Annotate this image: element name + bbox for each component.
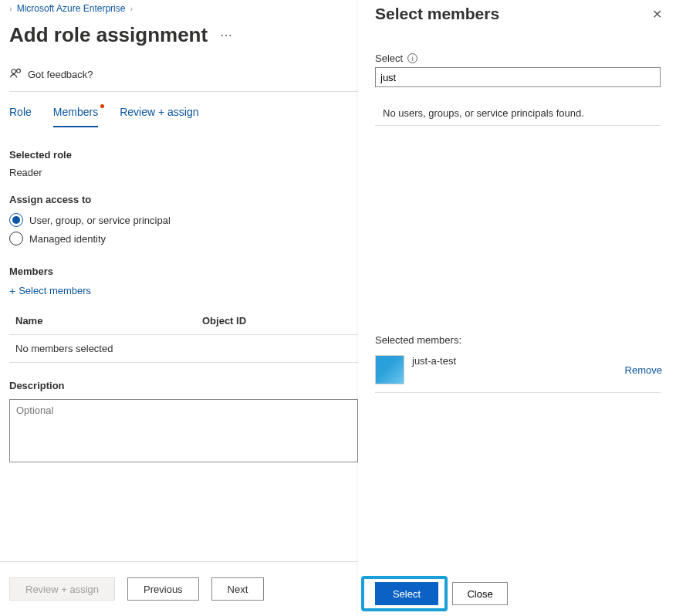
selected-member-item: just-a-test Remove <box>375 355 662 384</box>
member-avatar-icon <box>375 355 404 384</box>
description-input[interactable] <box>9 399 358 462</box>
select-members-link-label: Select members <box>19 285 91 296</box>
col-object-id: Object ID <box>202 315 358 327</box>
selected-members-label: Selected members: <box>375 334 662 346</box>
tab-members-label: Members <box>53 106 98 118</box>
svg-point-1 <box>17 69 21 73</box>
more-menu-icon[interactable]: ⋯ <box>220 28 233 42</box>
radio-managed-identity[interactable] <box>9 232 23 245</box>
next-button[interactable]: Next <box>211 577 265 601</box>
tab-review[interactable]: Review + assign <box>120 106 198 127</box>
divider <box>375 392 661 393</box>
members-empty-row: No members selected <box>9 335 358 362</box>
plus-icon: + <box>9 286 15 296</box>
previous-button[interactable]: Previous <box>127 577 199 601</box>
review-assign-button[interactable]: Review + assign <box>9 577 115 601</box>
search-no-results: No users, groups, or service principals … <box>375 101 661 126</box>
close-button[interactable]: Close <box>452 582 508 605</box>
svg-point-0 <box>12 69 16 74</box>
page-title: Add role assignment <box>9 23 208 47</box>
radio-user-group-sp[interactable] <box>9 213 23 227</box>
panel-title: Select members <box>375 5 499 23</box>
tab-members[interactable]: Members <box>53 106 98 127</box>
person-feedback-icon <box>9 67 22 82</box>
tab-role[interactable]: Role <box>9 106 32 127</box>
col-name: Name <box>9 315 202 327</box>
members-table: Name Object ID No members selected <box>9 307 358 363</box>
select-field-label: Select <box>375 52 403 64</box>
select-members-panel: Select members ✕ Select i No users, grou… <box>358 0 676 616</box>
attention-dot-icon <box>100 104 104 108</box>
remove-member-link[interactable]: Remove <box>625 364 662 376</box>
radio-user-group-sp-label: User, group, or service principal <box>29 215 171 226</box>
select-search-input[interactable] <box>375 67 661 87</box>
close-icon[interactable]: ✕ <box>652 7 662 22</box>
feedback-link[interactable]: Got feedback? <box>9 67 358 92</box>
chevron-right-icon: › <box>130 4 133 13</box>
chevron-right-icon: › <box>9 4 12 13</box>
radio-managed-identity-label: Managed identity <box>29 233 106 245</box>
breadcrumb-link[interactable]: Microsoft Azure Enterprise <box>17 3 126 14</box>
select-button[interactable]: Select <box>375 582 438 605</box>
feedback-label: Got feedback? <box>28 69 93 80</box>
info-icon[interactable]: i <box>407 53 417 63</box>
selected-member-name: just-a-test <box>412 355 617 367</box>
